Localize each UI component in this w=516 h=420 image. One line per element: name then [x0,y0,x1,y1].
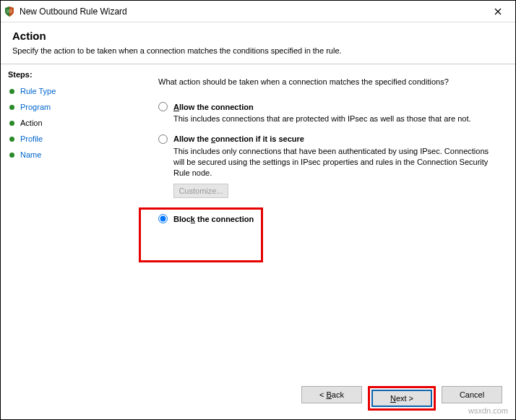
step-name[interactable]: Name [8,147,129,163]
bullet-icon [9,105,14,110]
customize-button: Customize... [173,184,228,198]
bullet-icon [9,89,14,94]
bullet-icon [9,137,14,142]
watermark: wsxdn.com [468,406,508,415]
page-title: Action [12,30,504,42]
svg-rect-0 [7,9,12,13]
wizard-header: Action Specify the action to be taken wh… [1,22,515,59]
wizard-window: New Outbound Rule Wizard Action Specify … [0,0,516,420]
wizard-body: Steps: Rule Type Program Action Profile … [1,64,515,397]
steps-label: Steps: [8,70,129,79]
option-allow: Allow the connection This includes conne… [158,102,501,124]
step-program[interactable]: Program [8,99,129,115]
steps-sidebar: Steps: Rule Type Program Action Profile … [1,64,137,397]
annotation-highlight-next: Next > [368,386,436,411]
step-profile[interactable]: Profile [8,131,129,147]
back-button[interactable]: < Back [301,386,362,403]
content-panel: What action should be taken when a conne… [137,64,515,397]
option-allow-label[interactable]: Allow the connection [173,103,254,111]
next-button[interactable]: Next > [371,390,432,407]
step-label: Program [20,103,51,111]
close-button[interactable] [483,1,512,22]
titlebar: New Outbound Rule Wizard [1,1,515,22]
option-allow-desc: This includes connections that are prote… [173,113,491,124]
radio-allow[interactable] [158,102,168,111]
radio-allow-secure[interactable] [158,134,168,144]
option-allow-secure-desc: This includes only connections that have… [173,146,491,179]
step-rule-type[interactable]: Rule Type [8,83,129,99]
step-label: Name [20,150,41,159]
page-subtitle: Specify the action to be taken when a co… [12,46,504,55]
step-label: Profile [20,134,43,143]
option-allow-secure: Allow the connection if it is secure Thi… [158,134,501,199]
step-label: Rule Type [20,87,56,95]
step-label: Action [20,119,43,127]
window-title: New Outbound Rule Wizard [20,7,483,17]
step-action[interactable]: Action [8,115,129,131]
bullet-icon [9,153,14,158]
cancel-button[interactable]: Cancel [442,386,502,403]
shield-icon [4,6,15,17]
question-text: What action should be taken when a conne… [158,77,501,86]
bullet-icon [9,121,14,126]
close-icon [494,8,502,15]
option-block-label[interactable]: Block the connection [173,215,254,223]
option-allow-secure-label[interactable]: Allow the connection if it is secure [173,134,304,143]
radio-block[interactable] [158,214,168,223]
option-block: Block the connection [158,214,501,223]
